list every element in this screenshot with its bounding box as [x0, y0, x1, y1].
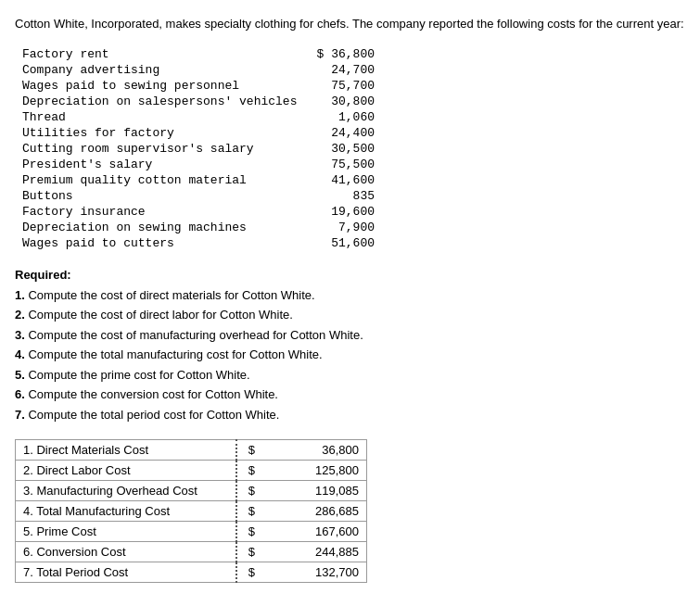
- cost-row: Thread1,060: [22, 109, 375, 125]
- cost-value: 75,500: [300, 158, 375, 171]
- required-item-num: 5.: [15, 368, 25, 382]
- cost-row: Factory insurance19,600: [22, 204, 375, 220]
- answer-row: 7. Total Period Cost$132,700: [16, 562, 367, 583]
- required-list: 1. Compute the cost of direct materials …: [15, 285, 685, 425]
- required-item: 6. Compute the conversion cost for Cotto…: [15, 385, 685, 405]
- cost-value: 7,900: [300, 221, 375, 234]
- answers-table: 1. Direct Materials Cost$36,8002. Direct…: [15, 439, 367, 583]
- cost-label: Company advertising: [22, 63, 300, 77]
- answer-row: 1. Direct Materials Cost$36,800: [16, 440, 367, 461]
- answer-value: 36,800: [266, 440, 366, 461]
- cost-value: 1,060: [300, 110, 375, 124]
- answers-tbody: 1. Direct Materials Cost$36,8002. Direct…: [16, 440, 367, 583]
- required-item-num: 3.: [15, 328, 25, 342]
- cost-label: Depreciation on salespersons' vehicles: [22, 95, 300, 108]
- answer-label: 3. Manufacturing Overhead Cost: [16, 481, 236, 501]
- answer-value: 132,700: [266, 562, 366, 583]
- answer-value: 119,085: [266, 481, 366, 501]
- required-item-num: 4.: [15, 347, 25, 361]
- answer-dollar: $: [236, 461, 266, 481]
- answer-row: 5. Prime Cost$167,600: [16, 522, 367, 542]
- cost-value: 835: [300, 189, 375, 203]
- cost-value: 24,400: [300, 126, 375, 140]
- cost-row: Wages paid to cutters51,600: [22, 235, 375, 251]
- cost-label: Factory insurance: [22, 205, 300, 219]
- cost-label: Buttons: [22, 189, 300, 203]
- cost-label: Wages paid to cutters: [22, 236, 300, 250]
- answer-row: 6. Conversion Cost$244,885: [16, 542, 367, 562]
- cost-label: Wages paid to sewing personnel: [22, 79, 300, 93]
- answer-value: 125,800: [266, 461, 366, 481]
- cost-value: 75,700: [300, 79, 375, 93]
- answer-row: 2. Direct Labor Cost$125,800: [16, 461, 367, 481]
- cost-row: Company advertising24,700: [22, 62, 375, 78]
- answer-dollar: $: [236, 562, 266, 583]
- cost-value: 19,600: [300, 205, 375, 219]
- answer-label: 7. Total Period Cost: [16, 562, 236, 583]
- cost-row: Cutting room supervisor's salary30,500: [22, 141, 375, 157]
- answer-label: 5. Prime Cost: [16, 522, 236, 542]
- cost-value: 30,500: [300, 142, 375, 156]
- answer-dollar: $: [236, 501, 266, 522]
- cost-value: 24,700: [300, 63, 375, 77]
- cost-value: 41,600: [300, 173, 375, 187]
- cost-value: 30,800: [300, 95, 375, 108]
- answer-label: 6. Conversion Cost: [16, 542, 236, 562]
- required-item-num: 6.: [15, 387, 25, 401]
- answer-dollar: $: [236, 440, 266, 461]
- cost-row: Depreciation on salespersons' vehicles30…: [22, 94, 375, 109]
- answer-label: 1. Direct Materials Cost: [16, 440, 236, 461]
- costs-table: Factory rent$ 36,800Company advertising2…: [15, 46, 685, 251]
- required-item-num: 2.: [15, 308, 25, 322]
- answer-dollar: $: [236, 542, 266, 562]
- required-item: 1. Compute the cost of direct materials …: [15, 285, 685, 306]
- required-item-num: 1.: [15, 288, 25, 302]
- cost-row: Wages paid to sewing personnel75,700: [22, 78, 375, 94]
- cost-row: Premium quality cotton material41,600: [22, 172, 375, 188]
- answer-value: 167,600: [266, 522, 366, 542]
- cost-label: Factory rent: [22, 47, 300, 61]
- answer-row: 4. Total Manufacturing Cost$286,685: [16, 501, 367, 522]
- cost-value: $ 36,800: [300, 47, 375, 61]
- answer-label: 2. Direct Labor Cost: [16, 461, 236, 481]
- answer-value: 286,685: [266, 501, 366, 522]
- cost-row: Utilities for factory24,400: [22, 125, 375, 141]
- intro-text: Cotton White, Incorporated, makes specia…: [15, 15, 685, 33]
- cost-label: President's salary: [22, 158, 300, 171]
- required-item: 5. Compute the prime cost for Cotton Whi…: [15, 365, 685, 385]
- cost-label: Utilities for factory: [22, 126, 300, 140]
- cost-label: Cutting room supervisor's salary: [22, 142, 300, 156]
- answer-label: 4. Total Manufacturing Cost: [16, 501, 236, 522]
- cost-label: Depreciation on sewing machines: [22, 221, 300, 234]
- cost-value: 51,600: [300, 236, 375, 250]
- cost-row: Depreciation on sewing machines7,900: [22, 220, 375, 235]
- answer-row: 3. Manufacturing Overhead Cost$119,085: [16, 481, 367, 501]
- required-item: 2. Compute the cost of direct labor for …: [15, 305, 685, 325]
- cost-row: Buttons835: [22, 188, 375, 204]
- required-item: 7. Compute the total period cost for Cot…: [15, 405, 685, 425]
- answer-dollar: $: [236, 481, 266, 501]
- cost-label: Thread: [22, 110, 300, 124]
- required-label: Required:: [15, 268, 685, 282]
- cost-row: Factory rent$ 36,800: [22, 46, 375, 62]
- answer-value: 244,885: [266, 542, 366, 562]
- cost-row: President's salary75,500: [22, 157, 375, 172]
- required-section: Required: 1. Compute the cost of direct …: [15, 268, 685, 425]
- required-item-num: 7.: [15, 408, 25, 422]
- answer-dollar: $: [236, 522, 266, 542]
- cost-label: Premium quality cotton material: [22, 173, 300, 187]
- required-item: 3. Compute the cost of manufacturing ove…: [15, 325, 685, 346]
- required-item: 4. Compute the total manufacturing cost …: [15, 345, 685, 365]
